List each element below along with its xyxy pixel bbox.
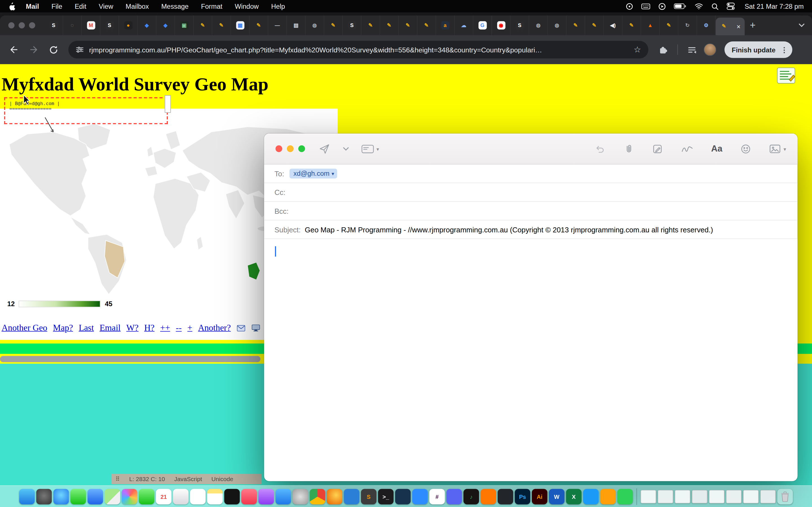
browser-tab[interactable]: ◍: [306, 15, 324, 35]
browser-tab[interactable]: ✎: [585, 15, 604, 35]
bookmark-star-icon[interactable]: ☆: [634, 46, 641, 54]
browser-tab[interactable]: ↻: [678, 15, 697, 35]
browser-tab[interactable]: ▤: [287, 15, 306, 35]
minimized-window-tile[interactable]: [658, 490, 673, 503]
browser-tab[interactable]: S: [343, 15, 361, 35]
extensions-icon[interactable]: [656, 42, 671, 57]
dock-zoom-icon[interactable]: [412, 489, 428, 504]
dock-podcasts-icon[interactable]: [259, 489, 274, 504]
dock-messages-icon[interactable]: [70, 489, 86, 504]
dock-terminal-icon[interactable]: >_: [378, 489, 394, 504]
browser-tab[interactable]: S: [100, 15, 119, 35]
map-country-highlight-green[interactable]: [248, 262, 260, 280]
minimized-window-tile[interactable]: [760, 490, 776, 503]
minimize-window-button[interactable]: [287, 145, 294, 152]
minimized-window-tile[interactable]: [675, 490, 690, 503]
subject-field-row[interactable]: Subject: Geo Map - RJM Programming - //w…: [264, 220, 798, 239]
browser-tab[interactable]: ✎: [380, 15, 399, 35]
browser-tab[interactable]: —: [268, 15, 287, 35]
page-link[interactable]: Map?: [53, 323, 73, 333]
menu-item[interactable]: Window: [235, 2, 259, 10]
dock-maps-icon[interactable]: [105, 489, 120, 504]
dock-photos-icon[interactable]: [122, 489, 137, 504]
minimized-window-tile[interactable]: [692, 490, 707, 503]
browser-tab[interactable]: ✎: [361, 15, 380, 35]
browser-tab[interactable]: ▲: [641, 15, 660, 35]
dock-finder-icon[interactable]: [19, 489, 35, 504]
control-center-icon[interactable]: [726, 2, 735, 10]
dock-vscode-icon[interactable]: [344, 489, 359, 504]
active-browser-tab[interactable]: ✎ ×: [716, 17, 745, 35]
to-field-row[interactable]: To: xd@gh.com ▾: [264, 165, 798, 183]
dock-trash-icon[interactable]: [777, 489, 793, 504]
profile-avatar[interactable]: [704, 43, 716, 56]
battery-icon[interactable]: [673, 3, 687, 9]
browser-menu-kebab-icon[interactable]: ⋮: [781, 46, 788, 54]
tooltip-scrollbar[interactable]: [165, 95, 171, 113]
zoom-window-button[interactable]: [298, 145, 305, 152]
header-fields-button[interactable]: ▾: [361, 144, 379, 154]
dock-music-icon[interactable]: [241, 489, 257, 504]
dock-sublime-icon[interactable]: S: [361, 489, 376, 504]
minimized-window-tile[interactable]: [726, 490, 742, 503]
menubar-clock[interactable]: Sat 21 Mar 7:28 pm: [745, 2, 804, 10]
attachment-icon[interactable]: [624, 144, 635, 155]
browser-tab[interactable]: ◉: [492, 15, 511, 35]
cc-field-row[interactable]: Cc:: [264, 183, 798, 202]
recipient-token[interactable]: xd@gh.com ▾: [289, 169, 337, 179]
finish-update-button[interactable]: Finish update ⋮: [725, 41, 792, 58]
window-controls[interactable]: [275, 145, 305, 152]
dock-word-icon[interactable]: W: [549, 489, 564, 504]
window-controls-inactive[interactable]: [8, 22, 35, 29]
menu-item[interactable]: Edit: [75, 2, 86, 10]
photo-browser-icon[interactable]: ▾: [769, 144, 786, 154]
browser-tab[interactable]: ☁: [455, 15, 473, 35]
browser-tab[interactable]: ◆: [156, 15, 175, 35]
page-link[interactable]: +: [188, 323, 193, 333]
address-bar[interactable]: rjmprogramming.com.au/PHP/GeoChart/geo_c…: [68, 41, 648, 58]
browser-tab[interactable]: ✎: [194, 15, 212, 35]
dock-calendar-icon[interactable]: 21: [156, 489, 171, 504]
tab-close-icon[interactable]: ×: [737, 23, 741, 30]
page-link[interactable]: ++: [160, 323, 170, 333]
page-link[interactable]: W?: [126, 323, 139, 333]
page-link[interactable]: Email: [100, 323, 121, 333]
send-options-chevron-icon[interactable]: [343, 147, 349, 151]
dock-pages-icon[interactable]: [600, 489, 616, 504]
send-button[interactable]: [319, 144, 331, 155]
dock-discord-icon[interactable]: [446, 489, 462, 504]
dock-keynote-icon[interactable]: [583, 489, 599, 504]
browser-tab[interactable]: ◌: [63, 15, 82, 35]
dock-iterm-icon[interactable]: [395, 489, 410, 504]
menu-item[interactable]: View: [99, 2, 113, 10]
format-button[interactable]: Aa: [711, 144, 722, 154]
dock-facetime-icon[interactable]: [139, 489, 154, 504]
dock-excel-icon[interactable]: X: [566, 489, 581, 504]
dock-divider[interactable]: [637, 488, 637, 505]
message-body-editor[interactable]: [264, 239, 798, 482]
browser-tab[interactable]: ▣: [175, 15, 194, 35]
browser-tab[interactable]: ●: [119, 15, 138, 35]
email-icon[interactable]: [237, 325, 245, 332]
browser-tab[interactable]: G: [473, 15, 492, 35]
menu-item[interactable]: File: [51, 2, 62, 10]
browser-tab[interactable]: ✎: [566, 15, 585, 35]
play-status-icon[interactable]: [658, 2, 666, 10]
dock-mail-icon[interactable]: [87, 489, 103, 504]
menu-item[interactable]: Mailbox: [126, 2, 149, 10]
dock-vlc-icon[interactable]: [480, 489, 496, 504]
dock-launchpad-icon[interactable]: [36, 489, 52, 504]
dock-firefox-icon[interactable]: [327, 489, 342, 504]
page-link[interactable]: Another Geo: [2, 323, 47, 333]
page-link[interactable]: Another?: [198, 323, 231, 333]
dock-illustrator-icon[interactable]: Ai: [532, 489, 547, 504]
browser-tab-audio[interactable]: ◀): [604, 15, 622, 35]
browser-tab[interactable]: ✎: [250, 15, 268, 35]
page-gadget-icon[interactable]: [777, 67, 795, 84]
apple-menu[interactable]: [8, 2, 15, 10]
minimized-window-tile[interactable]: [709, 490, 724, 503]
browser-tab[interactable]: ✎: [324, 15, 343, 35]
site-settings-icon[interactable]: [75, 46, 84, 54]
menu-item[interactable]: Format: [201, 2, 222, 10]
browser-tab[interactable]: ◍: [548, 15, 566, 35]
